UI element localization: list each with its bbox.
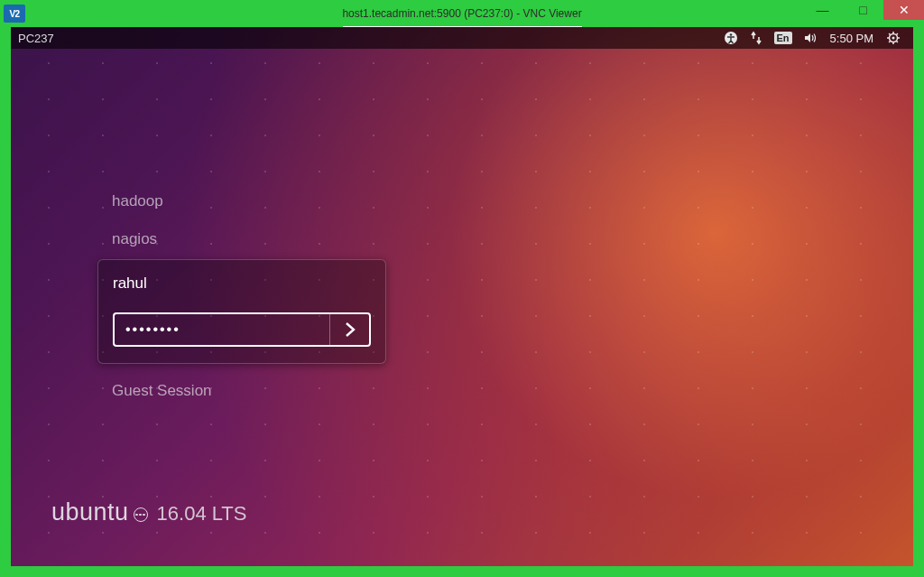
ubuntu-logo-icon [134,507,148,522]
gear-icon[interactable] [881,27,906,49]
user-item-hadoop[interactable]: hadoop [97,183,386,221]
volume-icon[interactable] [798,27,823,49]
panel-hostname: PC237 [18,32,54,45]
login-submit-button[interactable] [329,314,369,345]
password-row [113,312,371,347]
svg-point-1 [729,33,732,36]
svg-line-10 [897,33,898,34]
window-title: host1.tecadmin.net:5900 (PC237:0) - VNC … [0,7,924,20]
vnc-window-frame: V2 host1.tecadmin.net:5900 (PC237:0) - V… [0,0,924,577]
vnc-border: PC237 En 5:50 PM [0,27,924,577]
login-greeter: hadoop nagios rahul Guest Session [97,183,386,411]
accessibility-icon[interactable] [718,27,744,49]
brand-name: ubuntu [51,498,129,526]
svg-line-9 [897,42,898,42]
window-title-bar[interactable]: V2 host1.tecadmin.net:5900 (PC237:0) - V… [0,0,924,27]
selected-user-name: rahul [113,260,371,312]
panel-clock[interactable]: 5:50 PM [823,27,881,49]
top-panel: PC237 En 5:50 PM [11,27,913,49]
selected-user-box: rahul [97,259,386,364]
user-item-nagios[interactable]: nagios [97,221,386,259]
svg-line-11 [889,42,890,42]
svg-line-8 [889,33,890,34]
svg-point-3 [892,37,895,40]
language-label: En [774,32,792,44]
ubuntu-desktop: PC237 En 5:50 PM [11,27,913,566]
chevron-right-icon [341,321,359,339]
password-input[interactable] [115,314,329,345]
user-item-guest[interactable]: Guest Session [97,373,386,411]
network-icon[interactable] [744,27,769,49]
ubuntu-brand: ubuntu 16.04 LTS [51,498,246,526]
brand-version: 16.04 LTS [157,502,247,526]
language-indicator[interactable]: En [769,27,798,49]
